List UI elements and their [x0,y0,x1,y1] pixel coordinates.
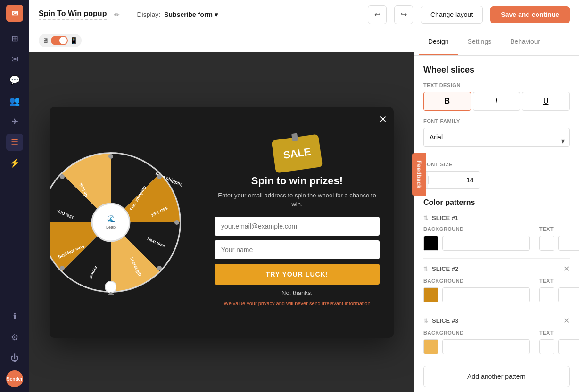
device-toggle[interactable]: 🖥 📱 [39,34,82,47]
slice-divider-2 [423,310,570,310]
font-family-label: FONT FAMILY [423,118,570,124]
sidebar-item-email[interactable]: ✉ [6,51,23,68]
save-continue-button[interactable]: Save and continue [490,6,570,23]
sidebar-item-settings[interactable]: ⚙ [6,329,23,346]
slice-1-text-label: TEXT [539,226,579,232]
panel-body: Wheel slices TEXT DESIGN B I U FONT FAMI… [414,56,579,392]
wheel-container: Free shipping [50,152,182,293]
svg-point-15 [60,266,65,270]
change-layout-button[interactable]: Change layout [421,6,483,24]
feedback-tab[interactable]: Feedback [412,153,426,196]
tab-design[interactable]: Design [419,29,458,55]
italic-button[interactable]: I [473,92,521,111]
underline-button[interactable]: U [522,92,570,111]
slice-2-text-group: TEXT #ffffff [539,278,579,302]
no-thanks-link[interactable]: No, thanks. [281,289,313,296]
email-input[interactable] [215,217,380,236]
slice-3-bg-input[interactable]: #EEB655 [442,339,530,354]
page-title: Spin To Win popup [39,9,107,20]
bold-button[interactable]: B [423,92,471,111]
section-title: Wheel slices [423,65,570,75]
slice-2-bg-swatch[interactable] [423,287,438,302]
slice-2-remove[interactable]: ✕ [563,264,570,273]
text-design-row: B I U [423,92,570,111]
slice-2-colors: BACKGROUND #CE8A15 TEXT #ffffff [423,278,570,302]
slice-2-text-swatch[interactable] [539,287,554,302]
tab-behaviour[interactable]: Behaviour [501,29,549,55]
font-size-input[interactable]: 14 [428,176,480,184]
sidebar-bottom: ℹ ⚙ ⏻ Sender [6,308,23,387]
display-value: Subscribe form [164,11,213,18]
sidebar-item-chat[interactable]: 💬 [6,72,23,89]
wheel-section: Free shipping [50,107,200,338]
right-panel: Design Settings Behaviour Wheel slices T… [414,29,579,392]
sidebar-item-automations[interactable]: ☰ [6,134,23,151]
sidebar-logo[interactable]: ✉ [6,5,23,22]
slice-3-text-input[interactable]: #ffffff [558,339,579,354]
slice-1-colors: BACKGROUND #000000 TEXT #ffffff [423,226,570,251]
svg-point-13 [157,266,162,270]
slice-3-remove[interactable]: ✕ [563,316,570,325]
slice-2-section: ⇅ SLICE #2 ✕ BACKGROUND #CE8A15 [423,264,570,302]
slice-3-bg-input-row: #EEB655 [423,339,530,354]
display-dropdown[interactable]: Subscribe form ▾ [164,11,218,18]
sidebar-item-info[interactable]: ℹ [6,308,23,325]
toggle-switch[interactable] [51,36,68,45]
redo-button[interactable]: ↪ [394,5,413,24]
slice-2-text-input-row: #ffffff [539,287,579,302]
drag-icon-3: ⇅ [423,318,428,324]
preview-area: 🖥 📱 ✕ [29,29,414,392]
avatar[interactable]: Sender [6,370,23,387]
slice-3-label: ⇅ SLICE #3 [423,317,458,324]
svg-point-21 [105,281,116,293]
popup-title: Spin to win prizes! [251,175,343,187]
color-patterns-title: Color patterns [423,198,570,207]
undo-button[interactable]: ↩ [368,5,387,24]
drag-icon-2: ⇅ [423,266,428,272]
sidebar-item-campaigns[interactable]: ✈ [6,113,23,130]
font-family-select[interactable]: Arial Georgia Helvetica Times New Roman [423,128,570,147]
edit-title-icon[interactable]: ✏ [114,11,120,18]
svg-point-17 [60,174,65,179]
tab-settings[interactable]: Settings [458,29,501,55]
slice-1-bg-swatch[interactable] [423,236,438,251]
sidebar-item-dashboard[interactable]: ⊞ [6,30,23,47]
svg-point-18 [92,204,130,241]
slice-1-text-input[interactable]: #ffffff [558,236,579,251]
slice-1-bg-label: BACKGROUND [423,226,530,232]
slice-3-header: ⇅ SLICE #3 ✕ [423,316,570,325]
desktop-icon: 🖥 [42,37,49,44]
preview-content: ✕ Free shipping [29,52,414,392]
main-area: Spin To Win popup ✏ Display: Subscribe f… [29,0,579,392]
slice-3-text-input-row: #ffffff [539,339,579,354]
slice-1-bg-group: BACKGROUND #000000 [423,226,530,251]
name-input[interactable] [215,240,380,259]
slice-1-bg-input[interactable]: #000000 [442,236,530,251]
slice-2-text-input[interactable]: #ffffff [558,287,579,302]
slice-1-text-group: TEXT #ffffff [539,226,579,251]
sidebar-item-contacts[interactable]: 👥 [6,92,23,109]
add-pattern-button[interactable]: Add another pattern [423,366,570,387]
slice-3-bg-swatch[interactable] [423,339,438,354]
form-section: SALE Spin to win prizes! Enter your emai… [200,107,394,338]
slice-1-text-swatch[interactable] [539,236,554,251]
font-size-label: FONT SIZE [423,162,570,167]
slice-2-label: ⇅ SLICE #2 [423,265,458,272]
popup-close-button[interactable]: ✕ [379,114,387,125]
slice-3-text-swatch[interactable] [539,339,554,354]
slice-2-bg-input[interactable]: #CE8A15 [442,287,530,302]
sidebar-item-logout[interactable]: ⏻ [6,350,23,367]
sidebar-item-integrations[interactable]: ⚡ [6,155,23,172]
try-luck-button[interactable]: TRY YOUR LUCK! [215,264,380,285]
slice-3-text-label: TEXT [539,330,579,335]
slice-3-bg-group: BACKGROUND #EEB655 [423,330,530,354]
svg-text:🌊: 🌊 [107,215,116,223]
sale-tag-text: SALE [282,146,312,162]
slice-3-bg-label: BACKGROUND [423,330,530,335]
text-design-label: TEXT DESIGN [423,82,570,88]
slice-3-id: SLICE #3 [432,317,458,324]
slice-3-colors: BACKGROUND #EEB655 TEXT #ffffff [423,330,570,354]
panel-tabs: Design Settings Behaviour [414,29,579,56]
slice-2-header: ⇅ SLICE #2 ✕ [423,264,570,273]
slice-2-bg-group: BACKGROUND #CE8A15 [423,278,530,302]
